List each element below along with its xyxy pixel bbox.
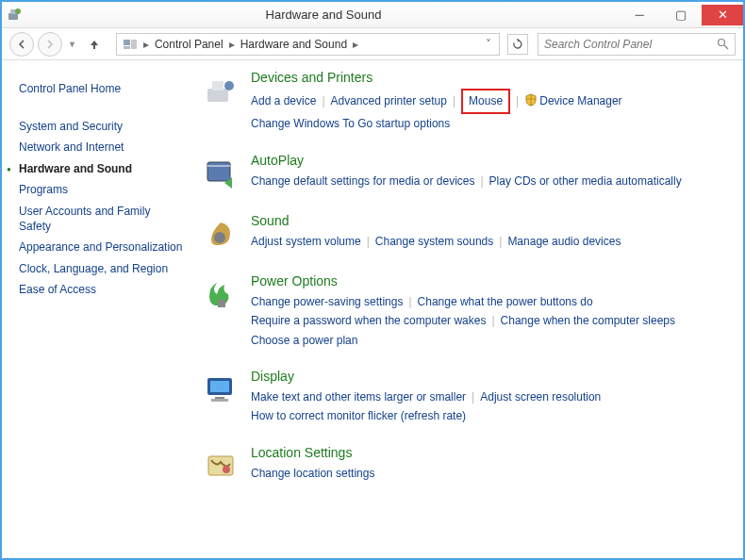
sidebar-item-appearance-and-personalization[interactable]: Appearance and Personalization — [19, 240, 183, 255]
link-separator: | — [453, 94, 455, 107]
link-separator: | — [322, 94, 324, 107]
link-separator: | — [408, 295, 411, 308]
svg-rect-5 — [124, 46, 130, 49]
breadcrumb-sep-icon[interactable]: ▸ — [351, 38, 360, 51]
breadcrumb[interactable]: ▸ Control Panel ▸ Hardware and Sound ▸ ˅ — [116, 33, 500, 56]
sound-icon — [200, 213, 241, 255]
breadcrumb-sep-icon[interactable]: ▸ — [141, 38, 151, 51]
link-adjust-system-volume[interactable]: Adjust system volume — [251, 232, 361, 251]
link-device-manager[interactable]: Device Manager — [539, 91, 621, 110]
svg-rect-14 — [218, 300, 225, 307]
category-title[interactable]: Display — [251, 369, 724, 384]
minimize-button[interactable]: ─ — [619, 5, 660, 25]
window-title: Hardware and Sound — [28, 8, 619, 22]
svg-rect-8 — [207, 89, 228, 102]
svg-rect-17 — [215, 397, 224, 399]
link-separator: | — [516, 94, 519, 107]
autoplay-icon — [200, 153, 241, 194]
maximize-button[interactable]: ▢ — [660, 5, 702, 25]
window-controls: ─ ▢ ✕ — [619, 5, 743, 25]
link-change-default-settings-for-media-or-devices[interactable]: Change default settings for media or dev… — [251, 172, 474, 190]
toolbar: ▼ ▸ Control Panel ▸ Hardware and Sound ▸… — [2, 28, 743, 60]
breadcrumb-hardware-sound[interactable]: Hardware and Sound — [237, 38, 351, 51]
link-change-system-sounds[interactable]: Change system sounds — [375, 232, 493, 251]
link-separator: | — [499, 235, 502, 248]
category-title[interactable]: Devices and Printers — [251, 70, 724, 85]
category-title[interactable]: Location Settings — [251, 445, 724, 460]
link-add-a-device[interactable]: Add a device — [251, 91, 316, 110]
link-change-power-saving-settings[interactable]: Change power-saving settings — [251, 292, 403, 311]
sidebar-item-hardware-and-sound[interactable]: Hardware and Sound — [19, 162, 183, 177]
breadcrumb-sep-icon[interactable]: ▸ — [227, 38, 237, 51]
link-separator: | — [367, 235, 370, 248]
search-icon[interactable] — [717, 38, 729, 50]
category-autoplay: AutoPlayChange default settings for medi… — [200, 153, 724, 194]
link-manage-audio-devices[interactable]: Manage audio devices — [507, 232, 621, 251]
titlebar: Hardware and Sound ─ ▢ ✕ — [2, 2, 743, 28]
link-change-windows-to-go-startup-options[interactable]: Change Windows To Go startup options — [251, 114, 450, 133]
svg-rect-3 — [124, 40, 130, 45]
window: Hardware and Sound ─ ▢ ✕ ▼ ▸ Control Pan… — [0, 0, 745, 560]
link-change-location-settings[interactable]: Change location settings — [251, 464, 374, 483]
link-play-cds-or-other-media-automatically[interactable]: Play CDs or other media automatically — [489, 172, 682, 190]
close-button[interactable]: ✕ — [702, 5, 743, 25]
link-separator: | — [472, 390, 474, 404]
sidebar-home[interactable]: Control Panel Home — [19, 82, 183, 97]
link-choose-a-power-plan[interactable]: Choose a power plan — [251, 331, 357, 350]
location-settings-icon — [200, 445, 241, 486]
search-box[interactable] — [538, 33, 736, 56]
svg-rect-18 — [211, 399, 228, 402]
category-location-settings: Location SettingsChange location setting… — [200, 445, 724, 486]
link-change-what-the-power-buttons-do[interactable]: Change what the power buttons do — [418, 292, 593, 311]
link-mouse[interactable]: Mouse — [461, 89, 510, 114]
refresh-button[interactable] — [507, 34, 528, 55]
category-title[interactable]: Power Options — [251, 273, 724, 288]
back-button[interactable] — [9, 32, 34, 57]
svg-point-20 — [223, 466, 230, 473]
link-make-text-and-other-items-larger-or-smaller[interactable]: Make text and other items larger or smal… — [251, 387, 466, 406]
category-title[interactable]: Sound — [251, 213, 724, 228]
svg-rect-4 — [131, 40, 137, 49]
category-display: DisplayMake text and other items larger … — [200, 369, 724, 426]
svg-rect-16 — [210, 381, 229, 392]
link-change-when-the-computer-sleeps[interactable]: Change when the computer sleeps — [501, 311, 675, 330]
sidebar-item-user-accounts-and-family-safety[interactable]: User Accounts and Family Safety — [19, 205, 183, 234]
svg-rect-9 — [212, 81, 224, 91]
svg-point-13 — [214, 232, 225, 243]
sidebar-item-system-and-security[interactable]: System and Security — [19, 120, 183, 135]
link-adjust-screen-resolution[interactable]: Adjust screen resolution — [480, 387, 601, 406]
svg-line-7 — [724, 45, 728, 49]
breadcrumb-control-panel[interactable]: Control Panel — [151, 38, 227, 51]
link-separator: | — [491, 314, 494, 327]
display-icon — [200, 369, 241, 410]
body: Control Panel Home System and SecurityNe… — [2, 60, 743, 558]
sidebar-item-clock-language-and-region[interactable]: Clock, Language, and Region — [19, 262, 183, 277]
svg-rect-0 — [8, 13, 18, 20]
recent-dropdown-icon[interactable]: ▼ — [68, 40, 76, 49]
up-button[interactable] — [84, 34, 105, 55]
forward-button[interactable] — [38, 32, 62, 57]
sidebar: Control Panel Home System and SecurityNe… — [2, 60, 190, 558]
control-panel-icon — [123, 36, 140, 53]
sidebar-item-ease-of-access[interactable]: Ease of Access — [19, 283, 183, 298]
svg-rect-11 — [207, 162, 230, 181]
link-separator: | — [480, 174, 483, 188]
category-sound: SoundAdjust system volume|Change system … — [200, 213, 724, 255]
link-advanced-printer-setup[interactable]: Advanced printer setup — [331, 91, 447, 110]
category-devices-and-printers: Devices and PrintersAdd a device|Advance… — [200, 70, 724, 134]
search-input[interactable] — [544, 38, 717, 51]
breadcrumb-dropdown-icon[interactable]: ˅ — [482, 38, 495, 51]
content[interactable]: Devices and PrintersAdd a device|Advance… — [190, 60, 743, 558]
category-title[interactable]: AutoPlay — [251, 153, 724, 168]
svg-point-10 — [224, 81, 234, 91]
link-how-to-correct-monitor-flicker-refresh-rate-[interactable]: How to correct monitor flicker (refresh … — [251, 406, 466, 425]
devices-and-printers-icon — [200, 70, 241, 111]
sidebar-item-network-and-internet[interactable]: Network and Internet — [19, 140, 183, 156]
category-power-options: Power OptionsChange power-saving setting… — [200, 273, 724, 350]
power-options-icon — [200, 273, 241, 315]
svg-point-2 — [15, 8, 21, 14]
svg-point-6 — [719, 40, 725, 46]
shield-icon — [524, 93, 538, 107]
sidebar-item-programs[interactable]: Programs — [19, 183, 183, 198]
link-require-a-password-when-the-computer-wakes[interactable]: Require a password when the computer wak… — [251, 311, 486, 330]
